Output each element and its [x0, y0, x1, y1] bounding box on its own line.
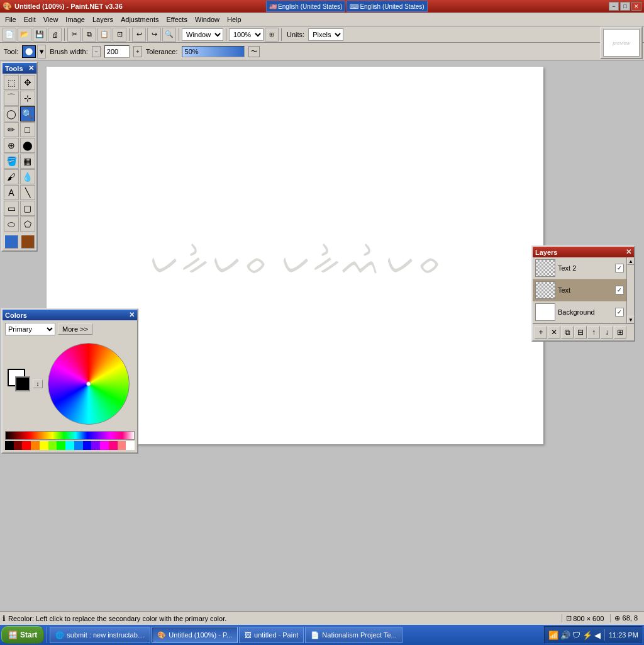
- palette-blue[interactable]: [83, 441, 92, 450]
- palette-yellow[interactable]: [40, 441, 48, 450]
- print-button[interactable]: 🖨: [48, 28, 62, 42]
- palette-cyan[interactable]: [65, 441, 74, 450]
- brush-width-decrease[interactable]: −: [92, 46, 101, 57]
- color-mode-dropdown[interactable]: Primary: [5, 323, 55, 335]
- tray-security-icon[interactable]: 🛡: [572, 631, 580, 640]
- palette-darkred[interactable]: [14, 441, 23, 450]
- color-picker-tool[interactable]: 💧: [20, 169, 35, 184]
- tray-power-icon[interactable]: ⚡: [582, 631, 592, 640]
- palette-salmon[interactable]: [118, 441, 126, 450]
- brush-width-input[interactable]: [104, 45, 130, 58]
- add-layer-btn[interactable]: +: [535, 326, 547, 339]
- delete-layer-btn[interactable]: ✕: [548, 326, 560, 339]
- lang-item-1[interactable]: 🇺🇸 English (United States): [266, 1, 345, 12]
- menu-layers[interactable]: Layers: [89, 14, 117, 25]
- move-layer-down-btn[interactable]: ↓: [601, 326, 613, 339]
- background-swatch[interactable]: [15, 376, 30, 391]
- tools-panel-close[interactable]: ✕: [28, 64, 34, 72]
- palette-purple[interactable]: [91, 441, 100, 450]
- layer-text2[interactable]: Text 2 ✓: [533, 257, 626, 279]
- menu-edit[interactable]: Edit: [20, 14, 40, 25]
- move-layer-up-btn[interactable]: ↑: [587, 326, 600, 339]
- cut-button[interactable]: ✂: [67, 28, 81, 42]
- colors-panel-close[interactable]: ✕: [129, 311, 135, 319]
- palette-white[interactable]: [126, 441, 135, 450]
- palette-lime[interactable]: [48, 441, 57, 450]
- palette-lightblue[interactable]: [74, 441, 83, 450]
- zoom-fit-btn[interactable]: ⊞: [265, 28, 279, 42]
- menu-effects[interactable]: Effects: [163, 14, 191, 25]
- brush-tool[interactable]: 🖌: [4, 169, 19, 184]
- palette-black[interactable]: [5, 441, 14, 450]
- zoom-dropdown[interactable]: 100%: [229, 28, 264, 41]
- menu-file[interactable]: File: [1, 14, 20, 25]
- freeform-tool[interactable]: ⬠: [20, 216, 35, 232]
- recolor-tool[interactable]: ⬤: [20, 138, 35, 153]
- ellipse-tool[interactable]: ⬭: [4, 216, 19, 232]
- layers-panel-close[interactable]: ✕: [626, 248, 631, 256]
- tool-dropdown-btn[interactable]: ▼: [37, 45, 46, 59]
- window-dropdown[interactable]: Window: [182, 28, 223, 41]
- redo-button[interactable]: ↪: [147, 28, 161, 42]
- crop-button[interactable]: ⊡: [113, 28, 126, 42]
- menu-image[interactable]: Image: [62, 14, 89, 25]
- units-dropdown[interactable]: Pixels: [308, 28, 343, 41]
- rounded-rect-tool[interactable]: ▢: [20, 201, 35, 216]
- pencil-tool[interactable]: ✏: [4, 122, 19, 137]
- lang-item-2[interactable]: ⌨ English (United States): [347, 1, 427, 12]
- palette-magenta[interactable]: [100, 441, 109, 450]
- layers-scrollbar[interactable]: ▲ ▼: [626, 257, 634, 323]
- ellipse-select-tool[interactable]: ◯: [4, 106, 19, 121]
- paste-button[interactable]: 📋: [97, 28, 111, 42]
- menu-help[interactable]: Help: [223, 14, 245, 25]
- menu-window[interactable]: Window: [191, 14, 223, 25]
- color-wheel[interactable]: [48, 343, 130, 425]
- tray-network-icon[interactable]: 📶: [548, 631, 558, 640]
- move-tool[interactable]: ✥: [20, 75, 35, 90]
- select-rectangle-tool[interactable]: ⬚: [4, 75, 19, 90]
- new-button[interactable]: 📄: [3, 28, 16, 42]
- palette-pink[interactable]: [109, 441, 118, 450]
- palette-orange[interactable]: [31, 441, 40, 450]
- eraser-tool[interactable]: □: [20, 122, 35, 137]
- tray-extra-icons[interactable]: ◀: [594, 631, 601, 640]
- palette-red[interactable]: [22, 441, 31, 450]
- layer-properties-btn[interactable]: ⊞: [614, 326, 626, 339]
- lasso-select-tool[interactable]: ⌒: [4, 91, 19, 106]
- taskbar-item-browser[interactable]: 🌐 submit : new instructable ...: [50, 627, 150, 643]
- start-button[interactable]: 🪟 Start: [1, 626, 44, 644]
- text-tool[interactable]: A: [4, 185, 19, 200]
- more-colors-button[interactable]: More >>: [58, 323, 92, 335]
- tray-volume-icon[interactable]: 🔊: [560, 631, 570, 640]
- copy-button[interactable]: ⧉: [82, 28, 96, 42]
- zoom-tool[interactable]: 🔍: [20, 106, 35, 121]
- menu-view[interactable]: View: [40, 14, 62, 25]
- move-selection-tool[interactable]: ⊹: [20, 91, 35, 106]
- menu-adjustments[interactable]: Adjustments: [117, 14, 163, 25]
- scroll-down-btn[interactable]: ▼: [627, 316, 635, 323]
- clone-stamp-tool[interactable]: ⊕: [4, 138, 19, 153]
- zoom-in-btn[interactable]: 🔍: [162, 28, 176, 42]
- layer-text[interactable]: Text ✓: [533, 279, 626, 301]
- taskbar-item-paint[interactable]: 🖼 untitled - Paint: [239, 627, 304, 643]
- merge-layer-btn[interactable]: ⊟: [574, 326, 587, 339]
- layer-vis-text2[interactable]: ✓: [615, 264, 624, 272]
- save-button[interactable]: 💾: [33, 28, 47, 42]
- swap-colors-btn[interactable]: ↕: [33, 379, 43, 388]
- blend-mode-btn[interactable]: 〜: [248, 46, 260, 57]
- layer-background[interactable]: Background ✓: [533, 301, 626, 323]
- duplicate-layer-btn[interactable]: ⧉: [561, 326, 574, 339]
- layer-vis-background[interactable]: ✓: [615, 308, 624, 317]
- paint-bucket-tool[interactable]: 🪣: [4, 154, 19, 169]
- layer-vis-text[interactable]: ✓: [615, 286, 624, 294]
- background-color-btn[interactable]: [21, 235, 35, 249]
- undo-button[interactable]: ↩: [132, 28, 146, 42]
- tolerance-bar[interactable]: 50%: [182, 46, 245, 57]
- maximize-button[interactable]: □: [620, 2, 630, 11]
- open-button[interactable]: 📂: [18, 28, 31, 42]
- brush-width-increase[interactable]: +: [133, 46, 142, 57]
- close-button[interactable]: ✕: [631, 2, 641, 11]
- scroll-up-btn[interactable]: ▲: [627, 257, 635, 265]
- gradient-tool[interactable]: ▦: [20, 154, 35, 169]
- minimize-button[interactable]: −: [609, 2, 619, 11]
